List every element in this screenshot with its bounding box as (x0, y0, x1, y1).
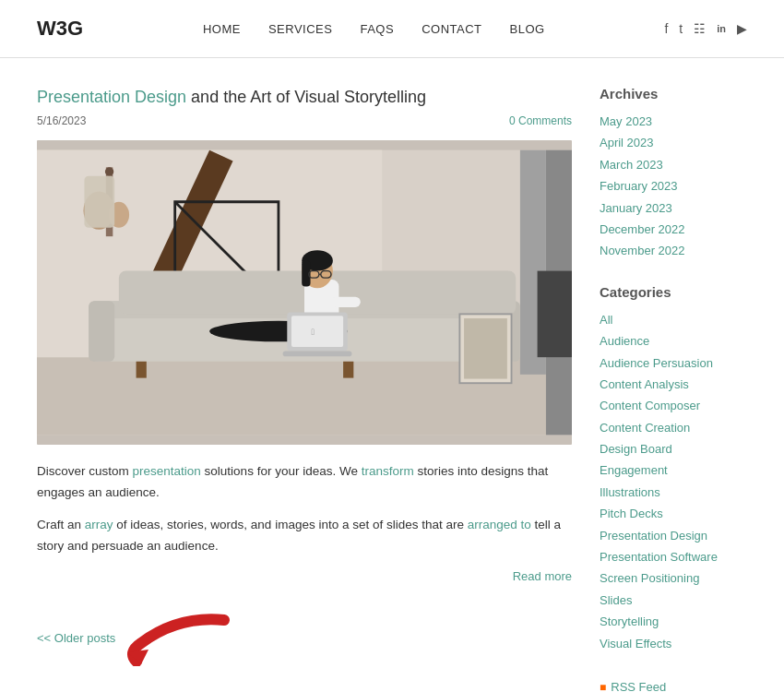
article-title-rest: and the Art of Visual Storytelling (186, 88, 426, 106)
rss-feed-link[interactable]: RSS Feed (611, 676, 666, 692)
svg-rect-40 (538, 271, 572, 358)
highlight-arranged: arranged (468, 518, 517, 531)
blog-image-svg:  (37, 140, 572, 445)
svg-rect-27 (330, 297, 361, 307)
cat-screen-positioning[interactable]: Screen Positioning (600, 567, 747, 589)
cat-presentation-design[interactable]: Presentation Design (600, 525, 747, 546)
cat-presentation-software[interactable]: Presentation Software (600, 546, 747, 567)
article-body: Discover custom presentation solutions f… (37, 461, 572, 557)
older-posts-link[interactable]: << Older posts (37, 631, 115, 645)
cat-content-creation[interactable]: Content Creation (600, 417, 747, 438)
cat-slides[interactable]: Slides (600, 590, 747, 611)
cat-pitch-decks[interactable]: Pitch Decks (600, 503, 747, 524)
archive-may-2023[interactable]: May 2023 (600, 111, 747, 132)
instagram-icon[interactable]: ☷ (694, 21, 706, 36)
archive-mar-2023[interactable]: March 2023 (600, 154, 747, 175)
rss-icon: ■ (600, 681, 606, 692)
cat-visual-effects[interactable]: Visual Effects (600, 633, 747, 654)
svg-rect-36 (283, 352, 352, 357)
nav-services[interactable]: SERVICES (268, 22, 333, 36)
cat-illustrations[interactable]: Illustrations (600, 482, 747, 503)
article-meta: 5/16/2023 0 Comments (37, 114, 572, 127)
older-posts-section: << Older posts (37, 611, 572, 666)
sidebar: Archives May 2023 April 2023 March 2023 … (600, 86, 747, 692)
cat-design-board[interactable]: Design Board (600, 438, 747, 459)
article-comments: 0 Comments (509, 114, 572, 127)
svg-rect-12 (84, 176, 114, 228)
twitter-icon[interactable]: t (679, 21, 683, 36)
highlight-presentation: presentation (133, 464, 201, 478)
svg-rect-22 (89, 302, 114, 362)
cat-audience[interactable]: Audience (600, 330, 747, 352)
highlight-transform: transform (362, 464, 414, 478)
archive-dec-2022[interactable]: December 2022 (600, 219, 747, 240)
site-logo: W3G (37, 17, 83, 41)
svg-rect-39 (464, 318, 507, 378)
highlight-to: to (521, 518, 531, 531)
linkedin-icon[interactable]: in (717, 23, 726, 34)
site-header: W3G HOME SERVICES FAQS CONTACT BLOG f t … (0, 0, 784, 58)
nav-faqs[interactable]: FAQS (360, 22, 394, 36)
read-more-link[interactable]: Read more (513, 569, 572, 583)
archive-nov-2022[interactable]: November 2022 (600, 240, 747, 261)
highlight-array: array (85, 518, 113, 531)
main-content: Presentation Design and the Art of Visua… (0, 58, 784, 692)
article-title-highlight: Presentation Design (37, 88, 186, 106)
cat-content-composer[interactable]: Content Composer (600, 395, 747, 416)
article-title: Presentation Design and the Art of Visua… (37, 86, 572, 109)
blog-image:  (37, 140, 572, 445)
svg-rect-35 (291, 316, 343, 347)
article-section: Presentation Design and the Art of Visua… (37, 86, 572, 692)
archive-jan-2023[interactable]: January 2023 (600, 197, 747, 219)
article-para-1: Discover custom presentation solutions f… (37, 461, 572, 504)
social-icons-group: f t ☷ in ▶ (664, 21, 747, 36)
older-posts-arrow-svg (123, 611, 233, 666)
svg-point-9 (105, 168, 113, 176)
cat-all[interactable]: All (600, 309, 747, 330)
archive-apr-2023[interactable]: April 2023 (600, 132, 747, 153)
nav-blog[interactable]: BLOG (510, 22, 545, 36)
archive-feb-2023[interactable]: February 2023 (600, 175, 747, 197)
categories-title: Categories (600, 284, 747, 300)
youtube-icon[interactable]: ▶ (737, 21, 747, 36)
article-para-2: Craft an array of ideas, stories, words,… (37, 515, 572, 557)
cat-engagement[interactable]: Engagement (600, 459, 747, 481)
rss-feed-section: ■ RSS Feed (600, 676, 747, 692)
main-nav: HOME SERVICES FAQS CONTACT BLOG (203, 22, 545, 36)
facebook-icon[interactable]: f (664, 21, 668, 36)
archives-title: Archives (600, 86, 747, 101)
article-date: 5/16/2023 (37, 114, 86, 127)
cat-storytelling[interactable]: Storytelling (600, 611, 747, 632)
archives-section: Archives May 2023 April 2023 March 2023 … (600, 86, 747, 262)
categories-section: Categories All Audience Audience Persuas… (600, 284, 747, 654)
read-more-section: Read more (37, 568, 572, 583)
nav-home[interactable]: HOME (203, 22, 241, 36)
nav-contact[interactable]: CONTACT (422, 22, 481, 36)
cat-content-analysis[interactable]: Content Analysis (600, 374, 747, 395)
svg-text::  (311, 328, 314, 337)
cat-audience-persuasion[interactable]: Audience Persuasion (600, 352, 747, 374)
